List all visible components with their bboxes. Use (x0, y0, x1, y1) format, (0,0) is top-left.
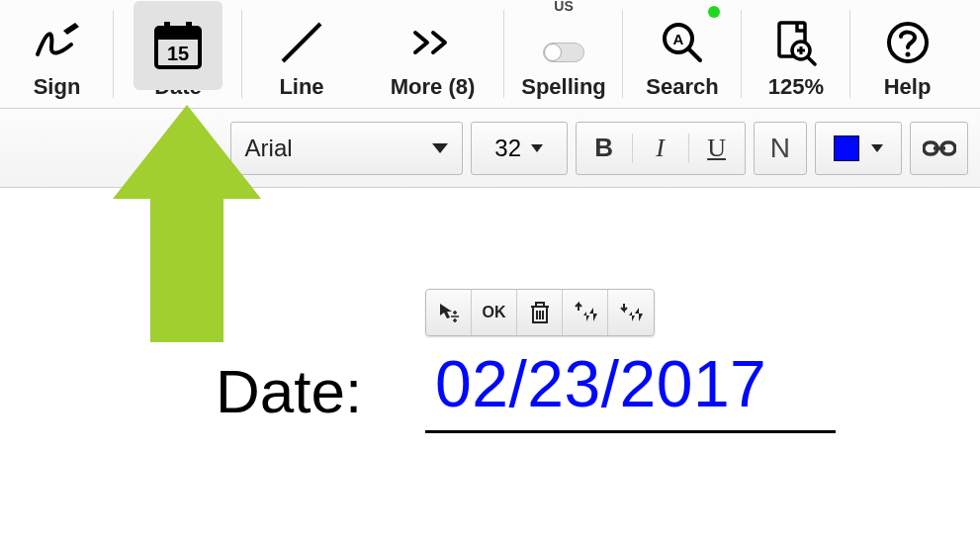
normal-style-button[interactable]: N (754, 122, 808, 175)
date-field-underline (425, 430, 836, 433)
format-toolbar: Arial 32 B I U N (0, 109, 980, 188)
color-swatch-icon (834, 136, 859, 161)
svg-rect-3 (186, 22, 192, 34)
link-button[interactable] (910, 122, 968, 175)
svg-text:15: 15 (167, 43, 189, 64)
document-canvas[interactable]: OK Date: 02/23/2017 (0, 188, 980, 543)
link-icon (923, 138, 956, 158)
svg-line-5 (283, 24, 320, 61)
spelling-button[interactable]: US Spelling (504, 0, 623, 108)
font-family-dropdown[interactable]: Arial (230, 122, 463, 175)
svg-text:A: A (673, 31, 684, 47)
italic-button[interactable]: I (633, 123, 688, 174)
more-icon (361, 13, 504, 72)
font-size-dropdown[interactable]: 32 (471, 122, 568, 175)
date-field-value[interactable]: 02/23/2017 (435, 346, 766, 421)
svg-point-15 (905, 52, 910, 57)
spelling-toggle-icon (504, 13, 623, 72)
decrease-size-button[interactable] (608, 290, 654, 335)
more-button[interactable]: More (8) (361, 0, 504, 108)
search-icon: A (623, 13, 742, 72)
ok-button[interactable]: OK (472, 290, 517, 335)
increase-icon (574, 302, 597, 323)
font-name-value: Arial (245, 135, 293, 162)
zoom-icon (742, 13, 850, 72)
svg-rect-1 (156, 28, 200, 40)
trash-icon (530, 302, 550, 323)
svg-line-11 (808, 57, 815, 64)
more-label: More (8) (391, 74, 476, 100)
main-toolbar: Sign 15 Date Line More (8) (0, 0, 980, 109)
status-dot-icon (708, 6, 720, 18)
date-icon-wrap: 15 (114, 13, 242, 72)
help-button[interactable]: Help (850, 0, 964, 108)
font-size-value: 32 (494, 135, 521, 162)
chevron-down-icon (432, 143, 448, 153)
zoom-button[interactable]: 125% (742, 0, 850, 108)
field-floating-toolbar: OK (425, 289, 655, 336)
line-icon (242, 13, 361, 72)
move-button[interactable] (426, 290, 472, 335)
toggle-icon (543, 43, 584, 62)
sign-icon (0, 13, 114, 72)
date-field-label: Date: (216, 356, 362, 426)
svg-rect-21 (536, 303, 544, 307)
underline-button[interactable]: U (689, 123, 745, 174)
increase-size-button[interactable] (563, 290, 608, 335)
chevron-down-icon (871, 144, 883, 152)
text-style-group: B I U (576, 122, 746, 175)
svg-rect-2 (164, 22, 170, 34)
bold-button[interactable]: B (577, 123, 632, 174)
sign-label: Sign (34, 74, 81, 100)
chevron-down-icon (531, 144, 543, 152)
sign-button[interactable]: Sign (0, 0, 114, 108)
text-color-dropdown[interactable] (815, 122, 902, 175)
zoom-label: 125% (768, 74, 824, 100)
spelling-badge: US (554, 0, 573, 14)
svg-line-7 (689, 49, 700, 60)
help-label: Help (884, 74, 932, 100)
search-button[interactable]: A Search (623, 0, 742, 108)
delete-button[interactable] (517, 290, 563, 335)
decrease-icon (619, 302, 643, 323)
move-cursor-icon (437, 301, 461, 324)
format-toolbar-gap (0, 109, 230, 187)
date-button[interactable]: 15 Date (114, 0, 242, 108)
help-icon (850, 13, 964, 72)
search-label: Search (646, 74, 718, 100)
line-label: Line (279, 74, 323, 100)
calendar-icon: 15 (134, 1, 223, 90)
spelling-label: Spelling (521, 74, 606, 100)
line-button[interactable]: Line (242, 0, 361, 108)
